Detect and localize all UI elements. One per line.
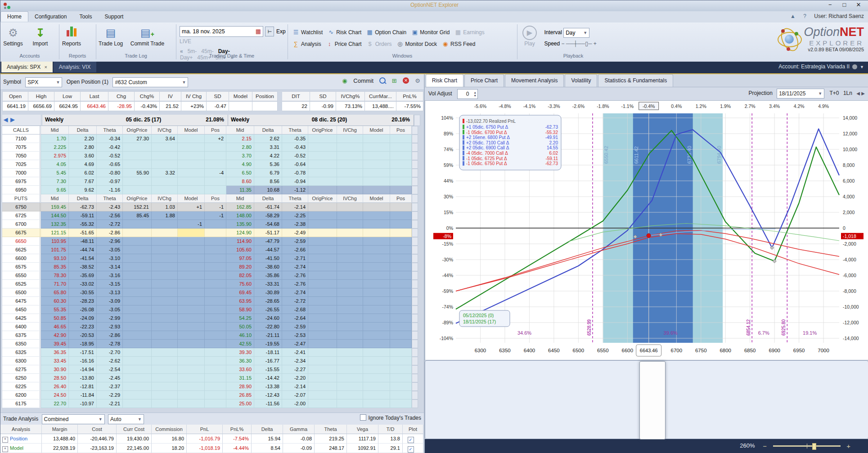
option-cell[interactable] <box>363 143 390 152</box>
option-cell[interactable]: -2.70 <box>97 348 123 357</box>
option-cell[interactable]: -2.56 <box>97 211 123 220</box>
option-cell[interactable]: 9.62 <box>69 186 97 194</box>
option-cell[interactable] <box>363 246 390 254</box>
option-cell[interactable] <box>308 152 337 160</box>
option-cell[interactable] <box>337 229 363 237</box>
option-cell[interactable] <box>390 357 412 365</box>
option-cell[interactable] <box>178 263 205 271</box>
projection-next-icon[interactable]: ▶ <box>861 91 865 96</box>
option-cell[interactable]: 36.30 <box>226 357 254 365</box>
option-cell[interactable] <box>363 211 390 220</box>
option-cell[interactable]: -17.51 <box>69 348 97 357</box>
option-cell[interactable]: 36.35 <box>41 348 69 357</box>
option-cell[interactable] <box>390 365 412 374</box>
option-cell[interactable] <box>390 348 412 357</box>
option-cell[interactable]: 65.80 <box>41 288 69 297</box>
option-cell[interactable] <box>363 220 390 229</box>
option-cell[interactable]: 55.90 <box>123 169 152 177</box>
export-icon[interactable]: ⊞ <box>392 77 397 84</box>
option-cell[interactable] <box>123 263 152 271</box>
option-cell[interactable] <box>363 391 390 399</box>
option-cell[interactable]: 159.45 <box>41 203 69 211</box>
option-cell[interactable]: -2.25 <box>282 211 308 220</box>
option-cell[interactable] <box>178 186 205 194</box>
strike-cell[interactable]: 7000 <box>2 169 41 177</box>
strike-cell[interactable]: 6275 <box>2 365 41 374</box>
menu-item-configuration[interactable]: Configuration <box>28 12 73 22</box>
option-cell[interactable] <box>178 382 205 391</box>
option-cell[interactable] <box>337 288 363 297</box>
option-cell[interactable]: 4.22 <box>254 152 282 160</box>
option-cell[interactable]: -15.55 <box>254 365 282 374</box>
option-cell[interactable] <box>337 314 363 323</box>
option-cell[interactable]: -2.74 <box>282 263 308 271</box>
lines-label[interactable]: 1Ln <box>843 90 852 96</box>
strike-cell[interactable]: 6500 <box>2 288 41 297</box>
strike-cell[interactable]: 6250 <box>2 374 41 382</box>
option-cell[interactable]: -0.94 <box>282 177 308 186</box>
option-cell[interactable]: 2.225 <box>41 143 69 152</box>
option-cell[interactable] <box>363 288 390 297</box>
strike-cell[interactable]: 7075 <box>2 143 41 152</box>
option-cell[interactable] <box>123 229 152 237</box>
option-cell[interactable] <box>123 399 152 408</box>
option-cell[interactable]: -38.52 <box>69 263 97 271</box>
option-cell[interactable] <box>363 203 390 211</box>
option-cell[interactable] <box>205 305 226 314</box>
option-cell[interactable] <box>363 237 390 246</box>
option-cell[interactable]: -24.09 <box>69 314 97 323</box>
option-cell[interactable] <box>205 280 226 288</box>
option-cell[interactable]: 110.95 <box>41 237 69 246</box>
option-cell[interactable]: -28.65 <box>254 297 282 305</box>
option-cell[interactable]: 6.79 <box>254 169 282 177</box>
option-cell[interactable] <box>390 280 412 288</box>
option-cell[interactable] <box>363 399 390 408</box>
option-cell[interactable] <box>308 229 337 237</box>
option-cell[interactable]: 28.90 <box>226 382 254 391</box>
option-cell[interactable] <box>152 280 178 288</box>
zoom-in-icon[interactable]: + <box>846 442 850 450</box>
option-cell[interactable]: -28.23 <box>69 297 97 305</box>
exp-label[interactable]: Exp <box>276 28 286 35</box>
option-cell[interactable] <box>178 160 205 169</box>
option-cell[interactable] <box>337 211 363 220</box>
option-cell[interactable] <box>337 177 363 186</box>
option-cell[interactable] <box>205 186 226 194</box>
option-cell[interactable]: -35.69 <box>69 271 97 280</box>
menu-item-support[interactable]: Support <box>98 12 130 22</box>
option-cell[interactable] <box>337 254 363 263</box>
option-cell[interactable] <box>205 288 226 297</box>
option-cell[interactable]: -2.00 <box>282 399 308 408</box>
option-cell[interactable]: -2.76 <box>282 280 308 288</box>
option-cell[interactable] <box>337 348 363 357</box>
option-cell[interactable] <box>337 399 363 408</box>
option-cell[interactable]: -0.34 <box>97 135 123 143</box>
option-cell[interactable] <box>390 169 412 177</box>
option-cell[interactable] <box>363 186 390 194</box>
option-cell[interactable]: 8.60 <box>226 177 254 186</box>
option-cell[interactable]: -2.34 <box>282 357 308 365</box>
close-position-icon[interactable]: × <box>403 77 409 84</box>
option-cell[interactable]: -16.77 <box>254 357 282 365</box>
option-cell[interactable]: 63.95 <box>226 297 254 305</box>
play-button[interactable]: ▶Play <box>520 25 540 47</box>
option-cell[interactable] <box>123 271 152 280</box>
option-cell[interactable] <box>178 280 205 288</box>
tab-analysis-vix[interactable]: Analysis: VIX <box>54 62 96 72</box>
option-cell[interactable]: -51.17 <box>254 229 282 237</box>
option-cell[interactable] <box>337 220 363 229</box>
option-cell[interactable] <box>152 348 178 357</box>
chart-tab-movement-analysis[interactable]: Movement Analysis <box>505 74 564 87</box>
option-cell[interactable] <box>337 340 363 348</box>
option-cell[interactable]: -0.43 <box>282 143 308 152</box>
option-cell[interactable] <box>337 305 363 314</box>
option-cell[interactable]: -11.56 <box>254 399 282 408</box>
option-cell[interactable] <box>390 374 412 382</box>
speed-slider[interactable]: − ──┼──▯─ + <box>562 40 597 47</box>
strike-cell[interactable]: 6525 <box>2 280 41 288</box>
option-cell[interactable]: -2.86 <box>97 229 123 237</box>
option-cell[interactable] <box>152 365 178 374</box>
trading-date-input[interactable]: ma. 18 nov. 2025▦ <box>180 26 263 37</box>
option-cell[interactable] <box>308 340 337 348</box>
option-cell[interactable] <box>152 374 178 382</box>
